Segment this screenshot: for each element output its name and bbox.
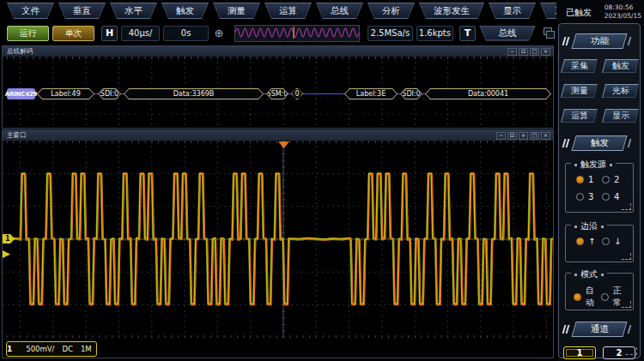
trigger-state-label: 已触发: [566, 3, 592, 20]
channel-coupling: DC: [62, 345, 72, 353]
waveform-plot: [3, 141, 553, 338]
bus-close-icon[interactable]: ×: [541, 48, 550, 56]
channel1-badge[interactable]: 1 500mV/ DC 1M: [6, 341, 97, 357]
radio-mode-auto[interactable]: 自动: [574, 285, 601, 309]
math-button[interactable]: 运算: [561, 109, 598, 123]
group-label: 触发源: [571, 159, 616, 171]
radio-icon: [602, 176, 610, 184]
bus-restore-icon[interactable]: ⊡: [519, 48, 528, 56]
function-header: 功能: [571, 33, 627, 49]
radio-icon: [602, 238, 610, 245]
waveform-preview[interactable]: [234, 25, 360, 42]
radio-source-2[interactable]: 2: [602, 175, 628, 184]
radio-mode-normal[interactable]: 正常: [601, 285, 629, 309]
radio-edge-rising[interactable]: ↑: [576, 237, 602, 246]
decode-segment[interactable]: Data:00041: [425, 88, 551, 99]
radio-source-4[interactable]: 4: [602, 192, 628, 202]
trigger-header: 触发: [571, 135, 627, 151]
preview-sine-icon: [235, 26, 359, 39]
main-window-title: 主窗口: [7, 131, 27, 140]
date-label: 2023/05/15: [605, 12, 641, 21]
bus-window-titlebar[interactable]: 总线解码 − ⊡ □ ×: [3, 46, 553, 57]
radio-icon: [601, 293, 609, 301]
bus-decode-area[interactable]: ARINC429 Label:49 SDI:0 Data:3369B SSM:0…: [3, 57, 553, 128]
channel-buttons: 1 2 3 4: [559, 346, 640, 361]
menu-trigger[interactable]: 触发: [161, 3, 209, 19]
menu-bar: 文件 垂直 水平 触发 测量 运算 总线 分析 波形发生 显示 系统: [0, 0, 555, 21]
display-button[interactable]: 显示: [602, 109, 639, 123]
channel-impedance: 1M: [81, 345, 92, 353]
horizontal-offset-value[interactable]: 0s: [163, 26, 209, 41]
bus-minimize-icon[interactable]: −: [507, 48, 517, 56]
menu-display[interactable]: 显示: [489, 3, 536, 19]
radio-icon: [574, 293, 581, 301]
main-window: 主窗口 − ⊡ + □ × 1 1 500mV/ DC 1M: [2, 129, 554, 358]
decode-segment[interactable]: Label:3E: [344, 88, 398, 99]
status-area: 已触发 08:30:56 2023/05/15: [556, 0, 644, 20]
channel-number: 1: [7, 345, 12, 353]
trigger-button[interactable]: 触发: [602, 59, 639, 73]
channel-header: 通道: [571, 322, 627, 337]
arrange-windows-icon[interactable]: [544, 27, 555, 39]
radio-edge-falling[interactable]: ↓: [602, 237, 628, 246]
bus-decode-window: 总线解码 − ⊡ □ × ARINC429 Label:49 SDI:0 Dat…: [2, 45, 554, 129]
main-maximize-icon[interactable]: □: [530, 132, 539, 140]
menu-vertical[interactable]: 垂直: [58, 3, 106, 19]
main-zoom-in-icon[interactable]: +: [519, 132, 528, 140]
main-window-titlebar[interactable]: 主窗口 − ⊡ + □ ×: [3, 130, 553, 141]
radio-source-1[interactable]: 1: [576, 175, 602, 184]
timebase-value[interactable]: 40μs/: [121, 26, 160, 41]
trigger-source-group: 触发源 1 2 3 4: [565, 163, 634, 213]
channel-scale: 500mV/: [26, 345, 54, 353]
mode-group: 模式 自动 正常: [565, 273, 634, 310]
main-window-footer: 1 500mV/ DC 1M: [3, 338, 553, 358]
menu-bus[interactable]: 总线: [316, 3, 363, 19]
control-panel: 功能 采集 触发 测量 光标 运算 显示 触发 触发源 1 2 3 4 边沿 ↑…: [558, 23, 641, 358]
radio-icon: [576, 176, 584, 184]
single-button[interactable]: 单次: [52, 26, 94, 41]
menu-waveform-gen[interactable]: 波形发生: [419, 3, 484, 19]
channel-2-button[interactable]: 2: [603, 346, 635, 359]
channel-1-button[interactable]: 1: [563, 346, 596, 359]
measure-button[interactable]: 测量: [561, 84, 598, 98]
radio-icon: [576, 193, 584, 201]
protocol-badge[interactable]: ARINC429: [7, 88, 35, 99]
radio-icon: [576, 238, 584, 245]
cursor-button[interactable]: 光标: [602, 84, 639, 98]
horizontal-key-button[interactable]: H: [101, 26, 118, 41]
main-close-icon[interactable]: ×: [541, 132, 550, 140]
time-label: 08:30:56: [605, 3, 641, 12]
menu-analysis[interactable]: 分析: [368, 3, 415, 19]
function-buttons: 采集 触发 测量 光标 运算 显示: [559, 59, 640, 123]
main-minimize-icon[interactable]: −: [496, 132, 506, 140]
main-restore-icon[interactable]: ⊡: [507, 132, 517, 140]
bus-window-title: 总线解码: [7, 47, 33, 56]
bus-maximize-icon[interactable]: □: [530, 48, 539, 56]
trigger-key-button[interactable]: T: [459, 26, 476, 41]
zoom-icon[interactable]: ⊕: [212, 26, 226, 40]
decode-segment[interactable]: Label:49: [37, 88, 94, 99]
decode-segment[interactable]: Data:3369B: [124, 88, 264, 99]
menu-measure[interactable]: 测量: [213, 3, 260, 19]
radio-source-3[interactable]: 3: [576, 192, 602, 202]
edge-group: 边沿 ↑ ↓: [565, 225, 634, 262]
radio-icon: [602, 193, 610, 201]
sample-rate-value: 2.5MSa/s: [368, 26, 413, 41]
memory-depth-value: 1.6kpts: [416, 26, 453, 41]
group-label: 模式: [571, 268, 607, 280]
run-button[interactable]: 运行: [7, 26, 49, 41]
menu-math[interactable]: 运算: [264, 3, 312, 19]
side-panel: 已触发 08:30:56 2023/05/15 功能 采集 触发 测量 光标 运…: [556, 0, 644, 361]
menu-file[interactable]: 文件: [7, 3, 54, 19]
toolbar: 运行 单次 H 40μs/ 0s ⊕ 2.5MSa/s 1.6kpts T 总线: [0, 22, 555, 44]
menu-horizontal[interactable]: 水平: [110, 3, 157, 19]
acquire-button[interactable]: 采集: [561, 59, 598, 73]
bus-toolbar-button[interactable]: 总线: [479, 26, 536, 41]
group-label: 边沿: [571, 220, 607, 232]
clock: 08:30:56 2023/05/15: [605, 3, 641, 20]
waveform-display[interactable]: 1: [3, 141, 553, 338]
